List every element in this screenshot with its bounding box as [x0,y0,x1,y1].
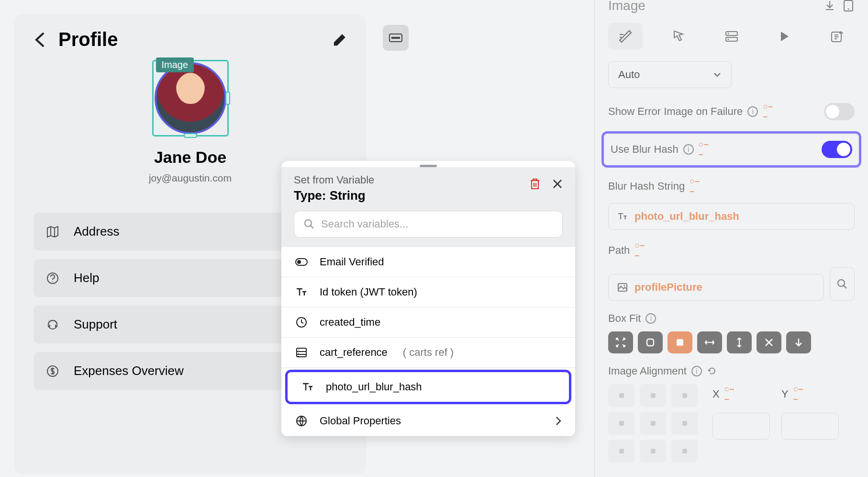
box-fit-options [608,331,855,353]
align-mid-left[interactable] [608,412,635,435]
svg-point-19 [624,285,625,286]
search-input-wrapper[interactable] [294,211,563,238]
popup-subtitle: Set from Variable [294,174,529,186]
svg-point-7 [297,260,301,264]
boxfit-cover[interactable] [668,331,692,353]
selected-image-widget[interactable]: Image [152,60,229,136]
var-item-email-verified[interactable]: Email Verified [281,247,575,277]
tab-design[interactable] [608,23,643,50]
text-icon [295,287,308,297]
blur-hash-toggle[interactable] [822,141,852,158]
svg-point-5 [305,220,312,227]
prop-label: Show Error Image on Failure [608,105,743,118]
var-label: photo_url_blur_hash [326,381,422,393]
chevron-down-icon [713,72,722,78]
variable-icon[interactable]: ○–– [724,384,734,404]
var-label: Email Verified [320,256,384,268]
resize-handle-right[interactable] [225,91,230,105]
keyboard-button[interactable] [383,25,409,51]
back-icon[interactable] [33,32,45,48]
prop-label: Use Blur Hash [611,143,679,156]
var-label: Global Properties [320,415,401,427]
dropdown-value: Auto [618,68,640,81]
var-item-cart-reference[interactable]: cart_reference ( carts ref ) [281,338,575,368]
resize-handle-bottom[interactable] [184,133,197,138]
device-icon[interactable] [842,0,855,12]
svg-point-16 [727,39,729,40]
edit-icon[interactable] [333,33,347,47]
var-label: Id token (JWT token) [320,286,417,298]
properties-panel: Image Auto Show Error Image on Failure i… [594,0,868,477]
search-icon [304,219,314,229]
prop-label: Box Fit [608,312,641,325]
popup-title: Type: String [294,188,529,203]
svg-point-15 [727,33,729,34]
set-from-variable-popup: Set from Variable Type: String Email Ver… [281,161,575,436]
globe-icon [295,415,308,427]
tab-add[interactable] [820,23,855,50]
var-item-photo-url-blur-hash[interactable]: photo_url_blur_hash [285,370,571,404]
var-item-global-properties[interactable]: Global Properties [281,406,575,436]
image-icon [617,283,628,292]
trash-icon[interactable] [529,178,541,190]
tab-backend[interactable] [714,23,749,50]
align-mid-right[interactable] [671,412,698,435]
var-item-created-time[interactable]: created_time [281,307,575,338]
download-icon[interactable] [823,0,836,12]
svg-rect-4 [391,37,400,39]
tab-actions[interactable] [661,23,696,50]
path-search-button[interactable] [830,267,855,301]
y-input[interactable] [781,413,839,440]
search-input[interactable] [321,218,553,230]
align-top-right[interactable] [671,384,698,407]
boxfit-fitheight[interactable] [727,331,752,353]
close-icon[interactable] [552,179,563,189]
info-icon[interactable]: i [691,366,702,376]
menu-label: Help [74,271,99,285]
blur-hash-value-input[interactable]: photo_url_blur_hash [608,203,855,230]
size-mode-dropdown[interactable]: Auto [608,61,732,88]
align-bot-center[interactable] [640,440,667,463]
prop-label: Image Alignment [608,365,687,377]
error-image-toggle[interactable] [824,103,855,120]
svg-rect-22 [677,339,683,346]
svg-point-20 [838,280,845,286]
clock-icon [295,317,308,328]
x-input[interactable] [712,413,770,440]
boxfit-fitwidth[interactable] [697,331,722,353]
path-value-input[interactable]: profilePicture [608,274,824,301]
boxfit-scaledown[interactable] [786,331,811,353]
text-icon [617,212,628,221]
info-icon[interactable]: i [683,144,694,155]
align-top-center[interactable] [640,384,667,407]
info-icon[interactable]: i [645,313,656,324]
toggle-icon [295,258,308,266]
variable-icon[interactable]: ○–– [699,139,709,159]
boxfit-none[interactable] [757,331,781,353]
x-label: X [712,388,720,400]
variable-icon[interactable]: ○–– [690,176,700,196]
var-label: created_time [320,316,380,329]
variable-icon[interactable]: ○–– [634,240,645,261]
variable-icon[interactable]: ○–– [763,102,773,122]
tab-play[interactable] [767,23,801,50]
boxfit-contain[interactable] [638,331,663,353]
info-icon[interactable]: i [747,106,758,117]
align-bot-left[interactable] [608,440,635,463]
component-type-label: Image [608,0,817,13]
dollar-icon [46,364,59,378]
page-title: Profile [58,29,118,50]
boxfit-fill[interactable] [608,331,633,353]
var-item-id-token[interactable]: Id token (JWT token) [281,277,575,307]
database-icon [295,347,308,358]
error-image-row: Show Error Image on Failure i ○–– [608,102,855,122]
reset-icon[interactable] [707,366,717,376]
align-bot-right[interactable] [671,440,698,463]
input-value: profilePicture [634,281,702,294]
alignment-grid [608,384,698,463]
svg-rect-9 [297,348,306,357]
align-top-left[interactable] [608,384,635,407]
align-mid-center[interactable] [640,412,667,435]
variable-icon[interactable]: ○–– [793,384,803,404]
help-icon [46,272,59,285]
